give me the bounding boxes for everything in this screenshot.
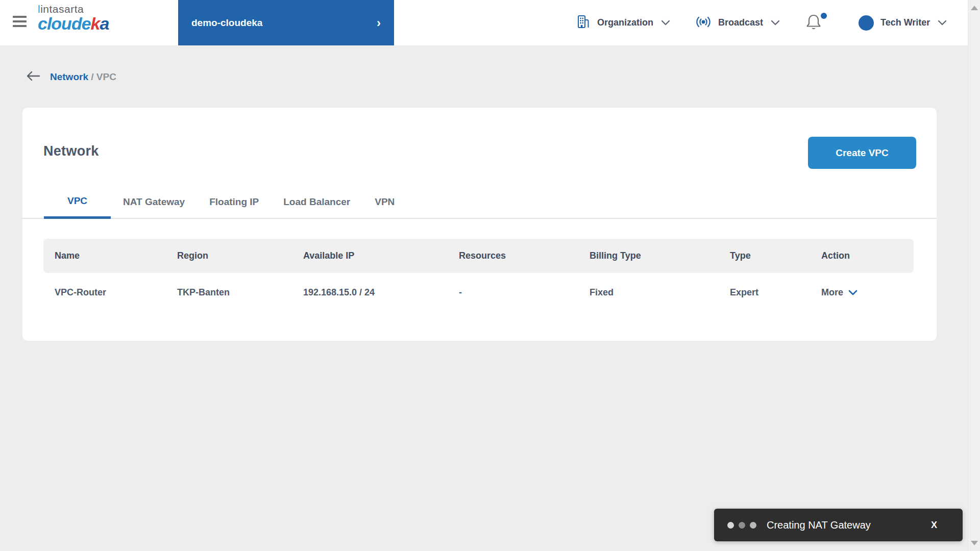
vpc-network-page: lintasarta cloudeka demo-cloudeka › Orga… bbox=[0, 0, 980, 551]
tab-load-balancer[interactable]: Load Balancer bbox=[271, 196, 362, 219]
chevron-down-icon bbox=[848, 287, 857, 298]
broadcast-label: Broadcast bbox=[718, 17, 763, 28]
tab-vpc[interactable]: VPC bbox=[44, 195, 111, 219]
network-tabs: VPC NAT Gateway Floating IP Load Balance… bbox=[22, 195, 937, 219]
column-billing-type: Billing Type bbox=[578, 251, 719, 261]
project-name: demo-cloudeka bbox=[191, 17, 262, 29]
notifications-button[interactable] bbox=[805, 12, 829, 35]
scroll-down-arrow-icon[interactable] bbox=[971, 541, 978, 545]
user-menu[interactable]: Tech Writer bbox=[859, 0, 947, 45]
chevron-down-icon bbox=[771, 18, 780, 28]
more-actions-button[interactable]: More bbox=[810, 287, 914, 298]
organization-label: Organization bbox=[597, 17, 653, 28]
table-row: VPC-Router TKP-Banten 192.168.15.0 / 24 … bbox=[43, 273, 914, 312]
toast-message: Creating NAT Gateway bbox=[767, 519, 931, 531]
loading-dots-icon bbox=[727, 522, 756, 529]
radio-waves-icon bbox=[695, 15, 712, 31]
chevron-down-icon bbox=[661, 18, 670, 28]
vertical-scrollbar[interactable] bbox=[968, 0, 980, 551]
broadcast-dropdown[interactable]: Broadcast bbox=[695, 0, 780, 45]
vpc-type: Expert bbox=[719, 287, 810, 298]
more-label: More bbox=[821, 287, 843, 298]
logo-lintasarta: lintasarta bbox=[38, 4, 109, 15]
tab-floating-ip[interactable]: Floating IP bbox=[197, 196, 271, 219]
user-name: Tech Writer bbox=[880, 17, 930, 28]
tab-vpn[interactable]: VPN bbox=[362, 196, 407, 219]
toast-notification: Creating NAT Gateway X bbox=[714, 509, 963, 541]
vpc-available-ip: 192.168.15.0 / 24 bbox=[292, 287, 448, 298]
cloudeka-logo[interactable]: lintasarta cloudeka bbox=[38, 4, 109, 33]
network-card: Network Create VPC VPC NAT Gateway Float… bbox=[22, 108, 937, 341]
toast-close-button[interactable]: X bbox=[931, 520, 937, 531]
breadcrumb-separator: / bbox=[91, 71, 93, 82]
notification-dot bbox=[821, 13, 827, 19]
table-header: Name Region Available IP Resources Billi… bbox=[43, 239, 914, 273]
column-type: Type bbox=[719, 251, 810, 261]
breadcrumb-current: VPC bbox=[96, 71, 116, 82]
avatar bbox=[859, 15, 874, 31]
building-icon bbox=[576, 14, 591, 32]
hamburger-menu-icon[interactable] bbox=[13, 16, 27, 30]
vpc-region: TKP-Banten bbox=[166, 287, 292, 298]
tab-nat-gateway[interactable]: NAT Gateway bbox=[111, 196, 197, 219]
project-selector[interactable]: demo-cloudeka › bbox=[178, 0, 394, 45]
create-vpc-button[interactable]: Create VPC bbox=[808, 137, 916, 169]
chevron-down-icon bbox=[938, 18, 947, 28]
organization-dropdown[interactable]: Organization bbox=[576, 0, 670, 45]
column-action: Action bbox=[810, 251, 914, 261]
top-header: lintasarta cloudeka demo-cloudeka › Orga… bbox=[0, 0, 968, 45]
column-resources: Resources bbox=[448, 251, 578, 261]
vpc-name-link[interactable]: VPC-Router bbox=[43, 287, 166, 298]
logo-cloudeka: cloudeka bbox=[38, 15, 109, 33]
column-available-ip: Available IP bbox=[292, 251, 448, 261]
bell-icon bbox=[805, 26, 823, 34]
breadcrumb-network-link[interactable]: Network bbox=[50, 71, 88, 82]
arrow-left-icon[interactable] bbox=[26, 70, 41, 84]
scroll-up-arrow-icon[interactable] bbox=[971, 6, 978, 10]
chevron-right-icon: › bbox=[377, 17, 381, 29]
breadcrumb: Network / VPC bbox=[26, 70, 116, 84]
vpc-billing-type: Fixed bbox=[578, 287, 719, 298]
vpc-resources: - bbox=[448, 287, 578, 298]
page-title: Network bbox=[43, 143, 99, 159]
column-region: Region bbox=[166, 251, 292, 261]
column-name: Name bbox=[43, 251, 166, 261]
